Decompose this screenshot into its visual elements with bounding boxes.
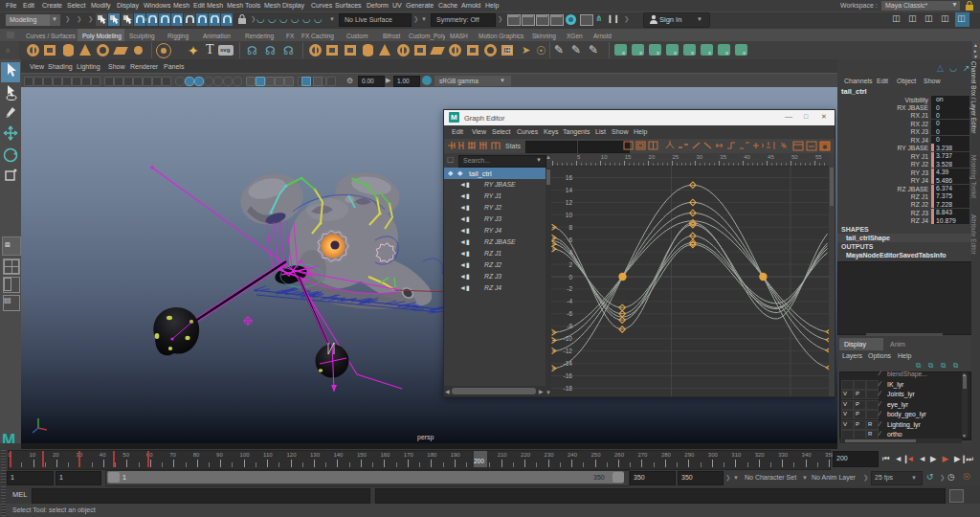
svg-text:persp: persp <box>417 434 434 441</box>
